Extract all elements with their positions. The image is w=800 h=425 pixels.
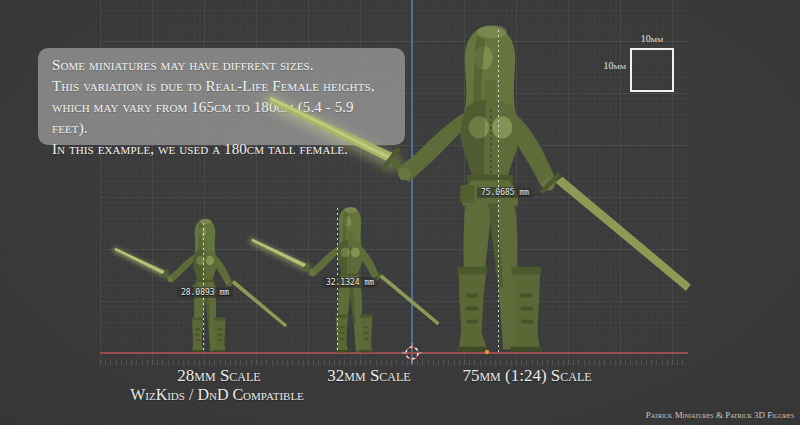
viewport-canvas[interactable]: Some miniatures may have diffrent sizes.… [0,0,800,425]
ref-square-side-label: 10mm [594,60,626,71]
miniature-figures-layer [0,0,800,425]
scale-label-75mm: 75mm (1:24) Scale [462,366,591,386]
object-origin-dot [485,350,489,354]
measurement-value-28mm: 28.0893 mm [177,287,233,298]
compatibility-label: WizKids / DnD Compatible [130,386,304,404]
3d-cursor-icon [402,343,422,363]
10mm-reference-square [630,48,674,92]
ref-square-top-label: 10mm [630,33,674,44]
measurement-value-32mm: 32.1324 mm [322,277,378,288]
brand-credit: Patrick Miniatures & Patrick 3D Figures [646,410,794,420]
scale-label-28mm: 28mm Scale [177,366,260,386]
measurement-value-75mm: 75.0685 mm [477,187,533,198]
warrior-figure-28mm[interactable] [112,219,287,352]
scale-label-32mm: 32mm Scale [327,366,410,386]
